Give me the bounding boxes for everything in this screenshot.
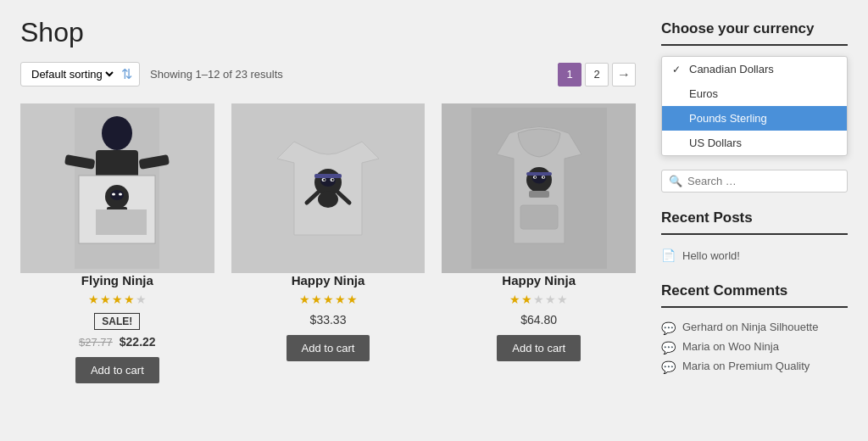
- currency-label-usd: US Dollars: [689, 137, 742, 149]
- comment-author-2: Maria: [682, 360, 710, 372]
- svg-point-7: [110, 190, 124, 200]
- svg-point-30: [542, 176, 544, 178]
- star-3: ★: [323, 293, 334, 306]
- add-to-cart-btn-1[interactable]: Add to cart: [287, 335, 370, 361]
- comment-item-1: 💬 Maria on Woo Ninja: [661, 338, 848, 357]
- svg-point-8: [112, 193, 115, 196]
- currency-option-cad[interactable]: ✓ Canadian Dollars: [662, 57, 847, 81]
- star-2: ★: [521, 293, 532, 306]
- doc-icon: 📄: [661, 248, 676, 262]
- price-sale-0: $22.22: [120, 335, 156, 349]
- star-5: ★: [347, 293, 358, 306]
- comment-link-2[interactable]: Premium Quality: [728, 360, 810, 372]
- star-5: ★: [136, 293, 147, 306]
- pagination: 1 2 →: [558, 63, 636, 87]
- add-to-cart-btn-0[interactable]: Add to cart: [75, 357, 159, 383]
- comment-item-2: 💬 Maria on Premium Quality: [661, 357, 848, 377]
- product-image-happy-ninja-shirt: [231, 103, 426, 273]
- recent-comments-divider: [661, 306, 848, 308]
- comment-icon-2: 💬: [661, 360, 676, 374]
- sort-select-wrapper[interactable]: Default sorting ⇅: [20, 62, 140, 87]
- star-3: ★: [112, 293, 123, 306]
- comment-link-0[interactable]: Ninja Silhouette: [741, 321, 818, 333]
- price-original-0: $27.77: [79, 336, 113, 349]
- comment-icon-1: 💬: [661, 341, 676, 354]
- recent-posts-divider: [661, 233, 848, 235]
- comment-link-1[interactable]: Woo Ninja: [728, 340, 779, 353]
- sort-icon: ⇅: [121, 66, 132, 82]
- price-wrapper-1: $33.33: [310, 313, 347, 327]
- search-box[interactable]: 🔍: [661, 170, 848, 193]
- product-card-happy-ninja-shirt: Happy Ninja ★ ★ ★ ★ ★ $33.33 Add to cart: [231, 103, 426, 383]
- star-3: ★: [533, 293, 544, 306]
- product-name-2: Happy Ninja: [502, 273, 576, 287]
- star-1: ★: [88, 293, 99, 306]
- price-wrapper-2: $64.80: [520, 313, 557, 327]
- comment-text-0: Gerhard on Ninja Silhouette: [682, 321, 818, 333]
- ninja-hoodie-svg: [471, 108, 607, 269]
- price-regular-1: $33.33: [310, 313, 347, 327]
- recent-post-link-0[interactable]: Hello world!: [682, 249, 740, 262]
- page-title: Shop: [20, 17, 636, 48]
- svg-rect-19: [314, 174, 342, 178]
- sort-select[interactable]: Default sorting: [28, 67, 116, 81]
- currency-title: Choose your currency: [661, 20, 848, 37]
- product-image-flying-ninja: [20, 103, 214, 273]
- currency-option-eur[interactable]: Euros: [662, 81, 847, 106]
- price-regular-2: $64.80: [520, 313, 557, 327]
- svg-point-17: [323, 179, 325, 181]
- search-input[interactable]: [687, 175, 840, 187]
- add-to-cart-btn-2[interactable]: Add to cart: [497, 335, 581, 361]
- currency-label-gbp: Pounds Sterling: [689, 112, 767, 125]
- main-content: Shop Default sorting ⇅ Showing 1–12 of 2…: [20, 17, 636, 424]
- product-card-happy-ninja-hoodie: Happy Ninja ★ ★ ★ ★ ★ $64.80 Add to cart: [442, 103, 636, 383]
- svg-rect-32: [529, 191, 549, 198]
- recent-post-item-0: 📄 Hello world!: [661, 245, 848, 265]
- star-2: ★: [311, 293, 322, 306]
- price-wrapper-0: $27.77 $22.22: [79, 335, 156, 349]
- star-1: ★: [509, 293, 520, 306]
- page-btn-1[interactable]: 1: [558, 63, 581, 87]
- sidebar: Choose your currency ✓ Canadian Dollars …: [661, 17, 848, 424]
- currency-section: Choose your currency ✓ Canadian Dollars …: [661, 20, 848, 156]
- page-btn-2[interactable]: 2: [585, 63, 609, 87]
- recent-posts-title: Recent Posts: [661, 209, 848, 226]
- star-4: ★: [124, 293, 135, 306]
- recent-posts-section: Recent Posts 📄 Hello world!: [661, 209, 848, 265]
- page-next-btn[interactable]: →: [612, 63, 636, 87]
- toolbar: Default sorting ⇅ Showing 1–12 of 23 res…: [20, 62, 636, 87]
- comment-item-0: 💬 Gerhard on Ninja Silhouette: [661, 318, 848, 338]
- results-count: Showing 1–12 of 23 results: [150, 68, 283, 81]
- products-grid: Flying Ninja ★ ★ ★ ★ ★ SALE! $27.77 $22.…: [20, 103, 636, 383]
- recent-comments-section: Recent Comments 💬 Gerhard on Ninja Silho…: [661, 282, 848, 377]
- svg-point-29: [534, 176, 536, 178]
- product-name-0: Flying Ninja: [81, 273, 153, 287]
- currency-label-cad: Canadian Dollars: [689, 63, 774, 75]
- svg-rect-11: [96, 209, 147, 235]
- currency-option-gbp[interactable]: Pounds Sterling: [662, 106, 847, 131]
- currency-label-eur: Euros: [689, 87, 718, 100]
- star-rating-2: ★ ★ ★ ★ ★: [509, 293, 568, 306]
- svg-point-1: [102, 116, 132, 150]
- product-image-happy-ninja-hoodie: [442, 103, 636, 273]
- comment-icon-0: 💬: [661, 321, 676, 335]
- svg-rect-31: [526, 172, 552, 176]
- sale-badge-0: SALE!: [94, 313, 140, 330]
- star-5: ★: [557, 293, 568, 306]
- currency-divider: [661, 44, 848, 46]
- svg-point-18: [331, 179, 333, 181]
- product-card-flying-ninja: Flying Ninja ★ ★ ★ ★ ★ SALE! $27.77 $22.…: [20, 103, 214, 383]
- recent-comments-title: Recent Comments: [661, 282, 848, 299]
- star-1: ★: [299, 293, 310, 306]
- currency-dropdown-menu[interactable]: ✓ Canadian Dollars Euros Pounds Sterling…: [661, 56, 848, 156]
- page-wrapper: Shop Default sorting ⇅ Showing 1–12 of 2…: [0, 0, 868, 441]
- star-4: ★: [545, 293, 556, 306]
- star-4: ★: [335, 293, 346, 306]
- currency-option-usd[interactable]: US Dollars: [662, 131, 847, 155]
- svg-point-9: [119, 193, 122, 196]
- star-rating-0: ★ ★ ★ ★ ★: [88, 293, 147, 306]
- comment-author-1: Maria: [682, 340, 710, 353]
- comment-text-2: Maria on Premium Quality: [682, 360, 810, 372]
- ninja-shirt-svg: [260, 108, 396, 269]
- product-name-1: Happy Ninja: [292, 273, 365, 287]
